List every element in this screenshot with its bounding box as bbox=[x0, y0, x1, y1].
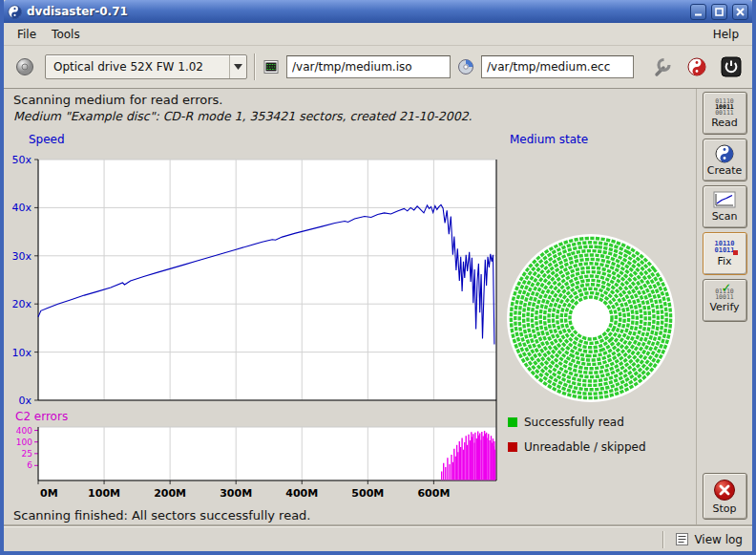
minimize-button[interactable] bbox=[690, 4, 706, 20]
status-area: Scanning medium for read errors. Medium … bbox=[4, 89, 696, 131]
svg-text:300M: 300M bbox=[220, 487, 252, 500]
stop-icon bbox=[713, 479, 736, 502]
drive-select[interactable]: Optical drive 52X FW 1.02 bbox=[45, 54, 247, 79]
drive-button[interactable] bbox=[11, 53, 38, 80]
svg-text:500M: 500M bbox=[351, 487, 384, 500]
status-message: Scanning medium for read errors. bbox=[13, 93, 686, 107]
app-window: dvdisaster-0.71 File Tools Help Optical … bbox=[0, 0, 756, 555]
fix-icon: 10110 01011 bbox=[714, 241, 734, 254]
log-icon bbox=[676, 533, 688, 545]
menu-tools[interactable]: Tools bbox=[44, 25, 88, 44]
svg-text:400: 400 bbox=[16, 426, 32, 436]
scan-button[interactable]: Scan bbox=[703, 185, 747, 228]
scan-chart-icon bbox=[713, 191, 736, 209]
bottombar: View log bbox=[4, 526, 752, 551]
svg-text:30x: 30x bbox=[11, 250, 32, 263]
svg-text:25: 25 bbox=[22, 449, 32, 459]
svg-text:6: 6 bbox=[27, 460, 32, 470]
stop-button[interactable]: Stop bbox=[703, 473, 747, 520]
fix-label: Fix bbox=[717, 255, 731, 267]
svg-text:0x: 0x bbox=[18, 395, 32, 407]
app-icon bbox=[8, 5, 22, 19]
svg-text:20x: 20x bbox=[11, 298, 32, 310]
svg-text:600M: 600M bbox=[417, 487, 450, 500]
svg-text:100M: 100M bbox=[88, 487, 120, 500]
toolbar-right-group bbox=[649, 53, 745, 80]
failure-swatch bbox=[508, 442, 517, 452]
quit-button[interactable] bbox=[718, 53, 745, 80]
svg-text:10x: 10x bbox=[11, 347, 32, 359]
verify-button[interactable]: 01110 10011 ✓ Verify bbox=[703, 279, 747, 322]
ecc-file-icon bbox=[457, 58, 474, 75]
toolbar: Optical drive 52X FW 1.02 bbox=[4, 46, 752, 89]
read-label: Read bbox=[711, 117, 738, 129]
scan-result-message: Scanning finished: All sectors successfu… bbox=[4, 505, 696, 526]
svg-text:100: 100 bbox=[16, 438, 32, 447]
svg-text:200M: 200M bbox=[154, 487, 186, 500]
view-log-button[interactable]: View log bbox=[672, 531, 746, 548]
read-icon: 01110 10011 00111 bbox=[715, 98, 734, 116]
legend-success: Successfully read bbox=[508, 416, 624, 429]
titlebar[interactable]: dvdisaster-0.71 bbox=[4, 0, 752, 23]
close-button[interactable] bbox=[732, 4, 748, 20]
iso-path-input[interactable] bbox=[286, 55, 451, 78]
check-icon: ✓ bbox=[722, 285, 730, 290]
app-logo-button[interactable] bbox=[684, 54, 709, 79]
wrench-icon bbox=[652, 56, 673, 77]
action-sidebar: 01110 10011 00111 Read Create bbox=[696, 89, 752, 526]
main-area: Scanning medium for read errors. Medium … bbox=[4, 89, 752, 526]
preferences-button[interactable] bbox=[649, 53, 676, 80]
yin-yang-icon bbox=[715, 144, 734, 163]
create-label: Create bbox=[707, 164, 743, 177]
legend-success-label: Successfully read bbox=[524, 416, 624, 429]
maximize-button[interactable] bbox=[711, 4, 727, 20]
verify-icon: 01110 10011 ✓ bbox=[715, 288, 734, 300]
iso-image-icon bbox=[262, 58, 280, 75]
svg-text:400M: 400M bbox=[285, 487, 318, 500]
menu-help[interactable]: Help bbox=[705, 25, 746, 44]
menubar: File Tools Help bbox=[4, 23, 752, 46]
chevron-down-icon bbox=[229, 55, 246, 78]
toolbar-separator bbox=[254, 53, 256, 80]
bottombar-separator bbox=[662, 531, 664, 548]
create-button[interactable]: Create bbox=[703, 139, 747, 181]
fix-button[interactable]: 10110 01011 Fix bbox=[703, 232, 747, 275]
drive-icon bbox=[14, 56, 35, 77]
power-icon bbox=[721, 56, 742, 77]
svg-text:50x: 50x bbox=[11, 154, 32, 166]
legend-failure: Unreadable / skipped bbox=[508, 440, 646, 454]
legend-failure-label: Unreadable / skipped bbox=[524, 440, 646, 454]
close-icon bbox=[735, 7, 746, 17]
verify-label: Verify bbox=[709, 301, 739, 313]
maximize-icon bbox=[714, 7, 724, 17]
menu-file[interactable]: File bbox=[10, 25, 44, 44]
svg-text:0M: 0M bbox=[40, 487, 58, 500]
drive-select-value: Optical drive 52X FW 1.02 bbox=[53, 60, 203, 74]
svg-text:40x: 40x bbox=[11, 202, 32, 214]
stop-label: Stop bbox=[712, 502, 736, 515]
view-log-label: View log bbox=[694, 533, 743, 546]
fix-red-pixel bbox=[733, 250, 738, 255]
window-title: dvdisaster-0.71 bbox=[27, 5, 685, 18]
read-button[interactable]: 01110 10011 00111 Read bbox=[703, 92, 747, 135]
scan-visualization: Speed Medium state C2 errors 0x10x20x30x… bbox=[4, 131, 696, 505]
scan-label: Scan bbox=[712, 210, 738, 223]
ecc-path-input[interactable] bbox=[481, 55, 634, 78]
success-swatch bbox=[508, 417, 517, 427]
minimize-icon bbox=[693, 7, 704, 17]
dvdisaster-logo-icon bbox=[687, 57, 706, 76]
medium-info: Medium "Example disc": CD-R mode 1, 3534… bbox=[13, 109, 686, 123]
content-column: Scanning medium for read errors. Medium … bbox=[4, 89, 696, 526]
